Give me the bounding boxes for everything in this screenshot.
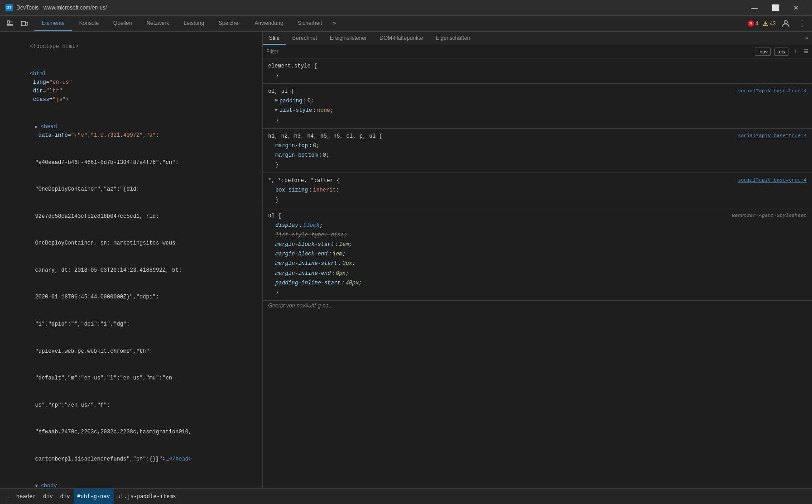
cls-button[interactable]: .cls: [774, 48, 788, 56]
style-block-header: element.style {: [263, 61, 812, 71]
tab-security[interactable]: Sicherheit: [291, 16, 329, 31]
tab-elements[interactable]: Elemente: [34, 16, 72, 31]
style-close: }: [263, 71, 812, 81]
css-property: box-sizing : inherit;: [263, 186, 812, 195]
tab-network[interactable]: Netzwerk: [139, 16, 176, 31]
filter-toggle-icon[interactable]: ≡: [803, 47, 808, 56]
bottom-bar: … header div div #uhf-g-nav ul.js-paddle…: [0, 488, 812, 504]
maximize-button[interactable]: ⬜: [765, 0, 786, 16]
style-close: }: [263, 288, 812, 298]
css-property: ▶ list-style : none;: [263, 106, 812, 115]
styles-content: element.style { } ol, ul { social?apiV…b…: [263, 58, 812, 488]
style-close: }: [263, 196, 812, 205]
css-source-link[interactable]: social?apiV…base=true:4: [738, 87, 807, 96]
css-property: list-style-type: disc;: [263, 230, 812, 240]
css-property: padding-inline-start : 40px;: [263, 278, 812, 288]
user-icon[interactable]: [779, 17, 792, 30]
css-source-link[interactable]: social?apiV…base=true:4: [738, 132, 807, 140]
tab-eigenschaften[interactable]: Eigenschaften: [429, 32, 476, 45]
dom-line: "1","dpio":"","dpi":"1","dg":: [0, 311, 262, 338]
error-icon: ✕: [748, 20, 754, 27]
tab-berechnet[interactable]: Berechnet: [286, 32, 323, 45]
dom-line: <!doctype html>: [0, 34, 262, 61]
console-icon[interactable]: …: [4, 489, 13, 504]
close-button[interactable]: ✕: [786, 0, 807, 16]
dom-line: "sfwaab,2470c,2203c,2032c,2238c,tasmigra…: [0, 419, 262, 446]
minimize-button[interactable]: —: [744, 0, 765, 16]
style-block-olul: ol, ul { social?apiV…base=true:4 ▶ paddi…: [263, 84, 812, 129]
style-block-ul-useragent: ul { Benutzer-Agent-Stylesheet display :…: [263, 208, 812, 301]
dom-line: 92e7dc58ca2143cfb2c818b047cc5cd1, rid:: [0, 203, 262, 230]
warning-badge[interactable]: ⚠ 43: [762, 20, 776, 27]
css-property: margin-inline-start : 0px;: [263, 259, 812, 269]
dom-line: <html lang="en-us" dir="ltr" class="js">: [0, 61, 262, 114]
inspect-icon[interactable]: [4, 17, 16, 30]
tab-console[interactable]: Konsole: [72, 16, 106, 31]
dom-line: cartemberpl,disablenorefunds","bh":{}}">…: [0, 446, 262, 473]
style-block-element: element.style { }: [263, 58, 812, 84]
device-toggle-icon[interactable]: [18, 17, 31, 30]
dom-line: OneDeployContainer, sn: marketingsites-w…: [0, 230, 262, 257]
tab-bar: Elemente Konsole Quellen Netzwerk Leistu…: [0, 16, 812, 32]
style-block-header: h1, h2, h3, h4, h5, h6, ol, p, ul { soci…: [263, 131, 812, 141]
dom-line: "e40eaad7-b46f-4661-8d7b-1304f87a4f76","…: [0, 149, 262, 176]
tab-application[interactable]: Anwendung: [247, 16, 290, 31]
badge-area: ✕ 4 ⚠ 43 ⋮: [748, 16, 808, 31]
style-block-headings: h1, h2, h3, h4, h5, h6, ol, p, ul { soci…: [263, 129, 812, 173]
css-property: ▶ padding : 0;: [263, 96, 812, 106]
tab-ereignislistener[interactable]: Ereignislistener: [323, 32, 373, 45]
add-style-icon[interactable]: +: [792, 48, 800, 56]
dom-panel: <!doctype html> <html lang="en-us" dir="…: [0, 32, 263, 488]
title-bar: DT DevTools - www.microsoft.com/en-us/ —…: [0, 0, 812, 16]
tab-dom-haltepunkte[interactable]: DOM-Haltepunkte: [373, 32, 429, 45]
style-block-header: *, *:before, *:after { social?apiV…base=…: [263, 176, 812, 186]
svg-rect-0: [7, 21, 10, 23]
dom-line: canary, dt: 2018-05-03T20:14:23.4188992Z…: [0, 257, 262, 284]
dom-line: us","rp":"/en-us/","f":: [0, 392, 262, 419]
svg-rect-4: [21, 21, 25, 26]
user-agent-label: Benutzer-Agent-Stylesheet: [732, 212, 807, 220]
dom-line: "uplevel.web.pc.webkit.chrome","th":: [0, 338, 262, 365]
style-block-header: ol, ul { social?apiV…base=true:4: [263, 86, 812, 96]
dom-tree[interactable]: <!doctype html> <html lang="en-us" dir="…: [0, 32, 262, 488]
css-property: margin-top : 0;: [263, 141, 812, 151]
breadcrumb-ul[interactable]: ul.js-paddle-items: [114, 489, 180, 504]
style-close: }: [263, 160, 812, 170]
styles-panel: Stile Berechnet Ereignislistener DOM-Hal…: [263, 32, 812, 488]
css-source-link[interactable]: social?apiV…base=true:4: [738, 177, 807, 185]
tabs-more-icon[interactable]: »: [329, 16, 340, 31]
style-close: }: [263, 116, 812, 125]
svg-point-6: [784, 21, 788, 24]
filter-input[interactable]: [266, 48, 751, 55]
style-tabs: Stile Berechnet Ereignislistener DOM-Hal…: [263, 32, 812, 45]
dom-line: ▶ <head data-info="{"v":"1.0.7321.40972"…: [0, 114, 262, 149]
breadcrumb-div2[interactable]: div: [57, 489, 74, 504]
warning-icon: ⚠: [762, 20, 769, 27]
style-block-header: ul { Benutzer-Agent-Stylesheet: [263, 211, 812, 221]
hov-button[interactable]: :hov: [755, 48, 771, 56]
css-property: margin-inline-end : 0px;: [263, 269, 812, 278]
title-text: DevTools - www.microsoft.com/en-us/: [16, 5, 740, 11]
tab-performance[interactable]: Leistung: [176, 16, 211, 31]
breadcrumb-div1[interactable]: div: [39, 489, 57, 504]
css-property: margin-bottom : 0;: [263, 151, 812, 160]
dom-line: 2020-01-18T06:45:44.0000000Z}","ddpi":: [0, 284, 262, 311]
breadcrumb-uhf-g-nav[interactable]: #uhf-g-nav: [74, 489, 114, 504]
style-tabs-more-icon[interactable]: »: [802, 32, 812, 45]
error-badge[interactable]: ✕ 4: [748, 20, 759, 27]
css-property: margin-block-end : 1em;: [263, 250, 812, 259]
toolbar-left: [4, 16, 31, 31]
more-options-icon[interactable]: ⋮: [796, 17, 808, 30]
breadcrumb-header[interactable]: header: [13, 489, 39, 504]
css-property: margin-block-start : 1em;: [263, 240, 812, 250]
main-content: <!doctype html> <html lang="en-us" dir="…: [0, 32, 812, 488]
dom-line: ▼ <body class="p_mscom s_mscomhp: [0, 473, 262, 488]
app-icon: DT: [5, 4, 13, 11]
tab-memory[interactable]: Speicher: [211, 16, 247, 31]
style-block-universal: *, *:before, *:after { social?apiV…base=…: [263, 173, 812, 208]
tab-sources[interactable]: Quellen: [106, 16, 139, 31]
css-property: display : block;: [263, 221, 812, 230]
filter-bar: :hov .cls + ≡: [263, 45, 812, 58]
dom-line: "OneDeployContainer","az":"{did:: [0, 176, 262, 203]
tab-stile[interactable]: Stile: [263, 32, 286, 45]
